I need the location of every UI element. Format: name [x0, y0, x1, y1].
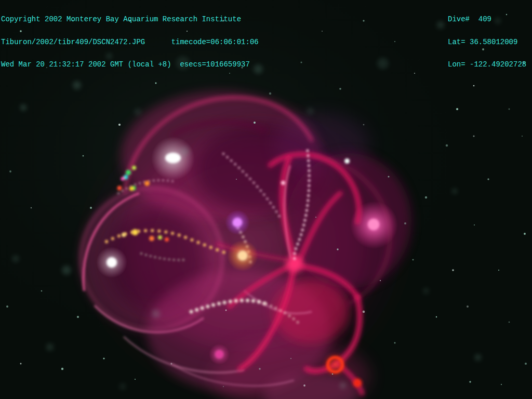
filepath-timecode-line: Tiburon/2002/tibr409/DSCN2472.JPG timeco…	[1, 38, 259, 46]
dive-number-line: Dive# 409	[448, 16, 526, 23]
osd-top-right-block: Dive# 409 Lat= 36.58012009 Lon= -122.492…	[448, 1, 526, 84]
copyright-line: Copyright 2002 Monterey Bay Aquarium Res…	[1, 16, 259, 23]
osd-top-left-block: Copyright 2002 Monterey Bay Aquarium Res…	[1, 1, 259, 84]
osd-telemetry-block: Depth= 1984.9 m Temp= 2.055 C Sal= 34.31…	[1, 390, 337, 399]
rov-video-frame: Copyright 2002 Monterey Bay Aquarium Res…	[0, 0, 532, 399]
latitude-line: Lat= 36.58012009	[448, 38, 526, 46]
datetime-esecs-line: Wed Mar 20 21:32:17 2002 GMT (local +8) …	[1, 61, 259, 69]
longitude-line: Lon= -122.49202728	[448, 61, 526, 69]
